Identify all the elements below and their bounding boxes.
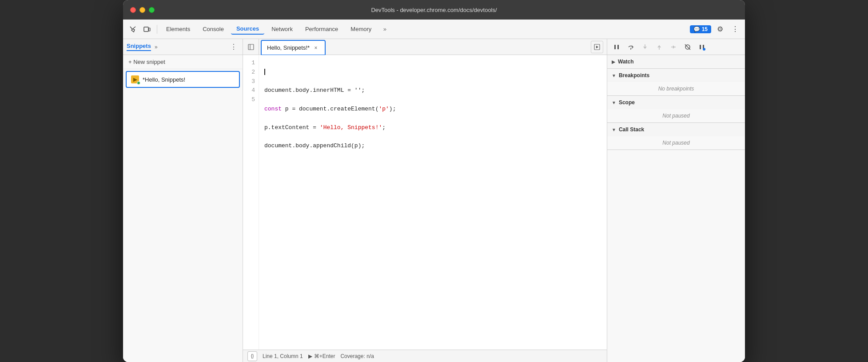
notification-icon: 💬 <box>693 26 700 32</box>
run-snippet-button[interactable] <box>591 41 603 53</box>
breakpoints-section: ▼ Breakpoints No breakpoints <box>607 69 745 96</box>
svg-marker-5 <box>596 46 598 48</box>
editor-cursor <box>264 69 265 75</box>
step-into-button[interactable] <box>639 41 651 53</box>
run-icon: ▶ <box>308 353 312 359</box>
titlebar: DevTools - developer.chrome.com/docs/dev… <box>123 0 745 20</box>
toolbar-separator-1 <box>157 25 157 34</box>
left-panel: Snippets » ⋮ + New snippet ▶ *Hello, Sni… <box>123 39 243 362</box>
callstack-section-content: Not paused <box>607 136 745 150</box>
scope-chevron-icon: ▼ <box>612 100 616 105</box>
snippet-active-dot <box>137 81 140 85</box>
tab-network[interactable]: Network <box>266 24 298 34</box>
svg-rect-0 <box>144 27 148 31</box>
minimize-button[interactable] <box>139 7 145 13</box>
line-numbers: 1 2 3 4 5 <box>243 55 259 350</box>
step-button[interactable] <box>668 41 679 53</box>
device-mode-icon[interactable] <box>141 23 153 35</box>
pause-button[interactable] <box>611 41 622 53</box>
panel-more-button[interactable]: » <box>153 43 159 51</box>
code-line-4: p.textContent = 'Hello, Snippets!'; <box>264 123 601 133</box>
debug-toolbar <box>607 39 745 55</box>
editor-tab-snippets[interactable]: Hello, Snippets!* × <box>261 40 326 55</box>
window-title: DevTools - developer.chrome.com/docs/dev… <box>371 7 497 13</box>
watch-chevron-icon: ▶ <box>612 59 615 64</box>
editor-tab-label: Hello, Snippets!* <box>267 44 310 51</box>
keyword-const: const <box>264 106 282 112</box>
run-shortcut[interactable]: ▶ ⌘+Enter <box>308 353 335 359</box>
string-hello-snippets: 'Hello, Snippets!' <box>320 124 382 131</box>
main-toolbar: Elements Console Sources Network Perform… <box>123 20 745 39</box>
callstack-section-title: Call Stack <box>619 126 644 133</box>
traffic-lights <box>130 7 155 13</box>
snippets-tab[interactable]: Snippets <box>127 43 151 51</box>
code-line-2: document.body.innerHTML = ''; <box>264 86 601 95</box>
svg-line-11 <box>685 44 690 50</box>
svg-rect-6 <box>614 45 616 49</box>
scope-section-header[interactable]: ▼ Scope <box>607 96 745 109</box>
callstack-chevron-icon: ▼ <box>612 127 616 132</box>
code-editor[interactable]: document.body.innerHTML = ''; const p = … <box>259 55 607 350</box>
inspector-icon[interactable] <box>127 23 139 35</box>
coverage-status: Coverage: n/a <box>340 353 374 359</box>
svg-rect-13 <box>700 45 701 49</box>
editor-tabs: Hello, Snippets!* × <box>243 39 607 55</box>
editor-panel: Hello, Snippets!* × 1 2 3 4 5 <box>243 39 607 362</box>
editor-tab-close-button[interactable]: × <box>312 44 319 51</box>
notification-badge[interactable]: 💬 15 <box>690 25 711 33</box>
tab-elements[interactable]: Elements <box>161 24 195 34</box>
run-shortcut-text: ⌘+Enter <box>314 353 335 359</box>
pause-on-exceptions-button[interactable] <box>696 41 708 53</box>
snippet-icon: ▶ <box>131 75 139 83</box>
watch-section-header[interactable]: ▶ Watch <box>607 55 745 68</box>
right-panel: ▶ Watch ▼ Breakpoints No breakpoints ▼ S… <box>607 39 745 362</box>
close-button[interactable] <box>130 7 136 13</box>
svg-rect-7 <box>617 45 619 49</box>
scope-section: ▼ Scope Not paused <box>607 96 745 123</box>
content-area: Snippets » ⋮ + New snippet ▶ *Hello, Sni… <box>123 39 745 362</box>
tab-sources[interactable]: Sources <box>231 24 264 35</box>
watch-section: ▶ Watch <box>607 55 745 69</box>
code-area[interactable]: 1 2 3 4 5 document.body.innerHTML = ''; … <box>243 55 607 350</box>
watch-section-title: Watch <box>618 59 634 65</box>
deactivate-breakpoints-button[interactable] <box>682 41 693 53</box>
step-out-button[interactable] <box>653 41 665 53</box>
devtools-window: DevTools - developer.chrome.com/docs/dev… <box>123 0 745 362</box>
cursor-position: Line 1, Column 1 <box>263 353 303 359</box>
breakpoints-section-title: Breakpoints <box>619 72 649 79</box>
code-line-5: document.body.appendChild(p); <box>264 142 601 151</box>
notification-count: 15 <box>702 26 708 32</box>
scope-section-title: Scope <box>619 99 635 106</box>
editor-statusbar: {} Line 1, Column 1 ▶ ⌘+Enter Coverage: … <box>243 350 607 362</box>
code-line-3: const p = document.createElement('p'); <box>264 105 601 114</box>
snippet-item[interactable]: ▶ *Hello, Snippets! <box>126 71 240 88</box>
more-tabs-button[interactable]: » <box>378 23 391 35</box>
scope-section-content: Not paused <box>607 109 745 122</box>
more-menu-button[interactable]: ⋮ <box>729 23 741 35</box>
string-p: 'p' <box>378 106 389 112</box>
svg-rect-2 <box>248 44 254 50</box>
step-over-button[interactable] <box>625 41 637 53</box>
format-button[interactable]: {} <box>247 351 257 361</box>
tab-performance[interactable]: Performance <box>300 24 343 34</box>
new-snippet-button[interactable]: + New snippet <box>123 55 243 69</box>
maximize-button[interactable] <box>149 7 155 13</box>
panel-header: Snippets » ⋮ <box>123 39 243 55</box>
callstack-section-header[interactable]: ▼ Call Stack <box>607 123 745 136</box>
breakpoints-chevron-icon: ▼ <box>612 73 616 78</box>
sidebar-toggle-button[interactable] <box>243 39 259 55</box>
svg-point-15 <box>703 48 705 51</box>
tab-console[interactable]: Console <box>197 24 229 34</box>
callstack-section: ▼ Call Stack Not paused <box>607 123 745 150</box>
code-line-1 <box>264 68 601 77</box>
tab-memory[interactable]: Memory <box>345 24 377 34</box>
snippet-name: *Hello, Snippets! <box>143 76 185 83</box>
breakpoints-section-content: No breakpoints <box>607 82 745 95</box>
svg-rect-1 <box>149 28 150 31</box>
toolbar-right: 💬 15 ⚙ ⋮ <box>690 23 741 35</box>
breakpoints-section-header[interactable]: ▼ Breakpoints <box>607 69 745 82</box>
settings-button[interactable]: ⚙ <box>714 23 726 35</box>
panel-menu-button[interactable]: ⋮ <box>228 42 239 52</box>
